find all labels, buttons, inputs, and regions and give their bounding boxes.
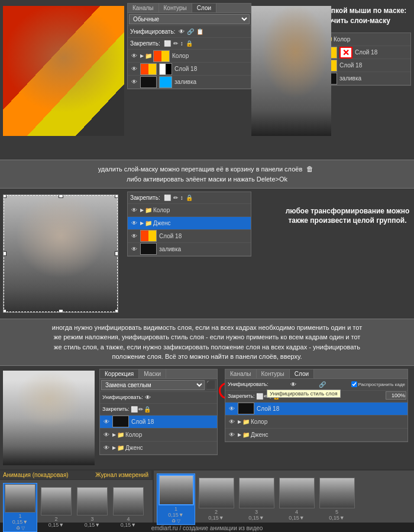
layer-row-zalivka-mid[interactable]: 👁 заливка (128, 243, 251, 256)
frame-thumb-right-3 (239, 478, 274, 508)
unify-icon2[interactable]: 🔗 (187, 28, 194, 35)
thumb-zalivka-mid (140, 243, 157, 255)
lock-icon2[interactable]: ✏ (173, 40, 178, 47)
tab-channels-br[interactable]: Каналы (225, 369, 257, 378)
unify-icon-bl1[interactable]: 👁 (145, 394, 151, 401)
eye-mid-2[interactable]: 👁 (130, 219, 138, 227)
layer-row-18-bl[interactable]: 👁 Слой 18 (100, 416, 217, 429)
frame-thumb-right-4 (279, 478, 315, 508)
unify-icon-br2[interactable]: 🔗 (319, 381, 326, 388)
lock-icon-mid3[interactable]: ↕ (180, 194, 183, 201)
eye-br-1[interactable]: 👁 (228, 404, 236, 413)
distribute-checkbox[interactable] (351, 381, 357, 387)
anim-frame-right-4[interactable]: 4 0,15▼ (277, 478, 316, 521)
tab-contours[interactable]: Контуры (159, 4, 192, 12)
handle-br[interactable] (115, 309, 118, 313)
arrow-mid-1: ▶ (140, 207, 144, 213)
anim-frame-left-2[interactable]: 2 0,15▼ (39, 487, 73, 528)
handle-mr[interactable] (115, 251, 118, 256)
tab-masks[interactable]: Маски (139, 369, 166, 378)
eye-bl-1[interactable]: 👁 (102, 417, 111, 426)
frame-thumb-left-3 (77, 487, 108, 515)
anim-frame-left-1[interactable]: 1 0,15▼ ♻ ▽ (3, 483, 37, 532)
layer-label-color-bl: Колор (125, 432, 215, 438)
tab-contours-br[interactable]: Контуры (257, 369, 290, 378)
layers-panel-mid: Закрепить: ⬜ ✏ ↕ 🔒 👁 ▶ 📁 Колор 👁 ▶ 📁 Дже… (127, 192, 251, 257)
dropdown-row: Обычные (128, 13, 251, 26)
lock-icon3[interactable]: ↕ (180, 40, 183, 47)
anim-frame-right-2[interactable]: 2 0,15▼ (197, 478, 235, 521)
eye-mid-4[interactable]: 👁 (130, 245, 138, 253)
layer-row-color-br[interactable]: 👁 ▶ 📁 Колор (225, 416, 407, 429)
lock-label-br: Закрепить: (228, 393, 255, 399)
handle-ml[interactable] (3, 251, 7, 256)
close-icon-bottom[interactable]: ⬛ (206, 380, 216, 390)
layer-label-18-br: Слой 18 (257, 406, 405, 412)
layer-label-18-bl: Слой 18 (131, 419, 215, 425)
layer-row-djens-br[interactable]: 👁 ▶ 📁 Дженс (225, 429, 407, 442)
lock-icon-bl1[interactable]: ⬜ (131, 406, 138, 413)
blend-mode-dropdown[interactable]: Обычные (129, 14, 250, 24)
layer-row-18-mid[interactable]: 👁 Слой 18 (128, 230, 251, 243)
tab-correction[interactable]: Коррекция (100, 369, 139, 378)
lock-icon-mid4[interactable]: 🔒 (186, 194, 193, 201)
eye-icon-1[interactable]: 👁 (130, 52, 138, 60)
eye-bl-2[interactable]: 👁 (102, 430, 111, 439)
anim-frame-left-4[interactable]: 4 0,15▼ (111, 487, 145, 528)
layer-row-djens-mid[interactable]: 👁 ▶ 📁 Дженс (128, 217, 251, 230)
unify-row-bottom-right: Унифицировать: 👁 🔗 Распространить каде (225, 379, 407, 391)
eye-br-3[interactable]: 👁 (228, 430, 236, 439)
layer-row-color-top[interactable]: 👁 ▶ 📁 Колор (128, 50, 251, 63)
handle-tl[interactable] (3, 194, 7, 198)
eye-br-2[interactable]: 👁 (228, 417, 236, 426)
layer-row-18-br[interactable]: 👁 Слой 18 (225, 403, 407, 416)
eye-mid-1[interactable]: 👁 (130, 206, 138, 214)
eye-mid-3[interactable]: 👁 (130, 232, 138, 240)
layer-row-color-bl[interactable]: 👁 ▶ 📁 Колор (100, 429, 217, 442)
handle-tm[interactable] (59, 194, 63, 198)
anim-frame-right-1[interactable]: 1 0,15▼ ♻ ▽ (157, 473, 195, 525)
handle-bl[interactable] (3, 309, 7, 313)
anim-left-label: Анимация (покадровая) (3, 472, 69, 478)
eye-icon-3[interactable]: 👁 (130, 78, 138, 86)
frame-bw-1 (5, 485, 35, 512)
lock-icon-mid2[interactable]: ✏ (173, 194, 178, 201)
tab-layers[interactable]: Слои (192, 4, 216, 12)
anim-label-box-left: Анимация (покадровая) Журнал измерений (0, 471, 153, 479)
thumb-18-bl (112, 416, 129, 427)
panel-tabs-bottom-right: Каналы Контуры Слои (225, 369, 407, 379)
layer-row-color-mid[interactable]: 👁 ▶ 📁 Колор (128, 204, 251, 217)
tab-channels[interactable]: Каналы (128, 4, 159, 12)
lock-icon-br1[interactable]: ⬜ (256, 393, 263, 400)
lock-icon1[interactable]: ⬜ (164, 40, 171, 47)
anim-frame-right-3[interactable]: 3 0,15▼ (237, 478, 276, 521)
distribute-checkbox-row: Распространить каде (351, 381, 406, 387)
handle-bm[interactable] (59, 309, 63, 313)
layer-label-zalivka-mid: заливка (159, 246, 248, 252)
layer-row-djens-bl[interactable]: 👁 ▶ 📁 Дженс (100, 442, 217, 455)
layer-row-zalivka-top[interactable]: 👁 заливка (128, 76, 251, 89)
lock-icon-mid1[interactable]: ⬜ (164, 194, 171, 201)
lock-icon-bl2[interactable]: ✏ (138, 406, 143, 413)
handle-tr[interactable] (115, 194, 118, 198)
unify-label-top: Унифицировать: (130, 28, 175, 35)
layer-thumb-18top (140, 63, 157, 75)
lock-icon4[interactable]: 🔒 (186, 40, 193, 47)
opacity-input[interactable] (386, 391, 406, 400)
lock-icon-bl3[interactable]: 🔒 (144, 406, 151, 413)
mask-18-right: ✕ (339, 47, 352, 59)
eye-bl-3[interactable]: 👁 (102, 443, 111, 452)
anim-frame-right-5[interactable]: 5 0,15▼ (318, 478, 356, 521)
unify-icon3[interactable]: 📋 (196, 28, 203, 35)
anim-frame-left-3[interactable]: 3 0,15▼ (75, 487, 109, 528)
layer-row-18-top[interactable]: 👁 Слой 18 (128, 63, 251, 76)
arrow-bl-3: ▶ (112, 445, 116, 450)
frame-dur-right-5: 0,15▼ (329, 515, 344, 521)
tab-layers-br[interactable]: Слои (290, 369, 314, 378)
unify-icon-br1[interactable]: 👁 (290, 381, 296, 388)
frame-dur-right-4: 0,15▼ (289, 515, 304, 521)
unify-icon1[interactable]: 👁 (179, 28, 185, 35)
frame-bw-4 (114, 488, 143, 515)
eye-icon-2[interactable]: 👁 (130, 65, 138, 73)
blend-mode-bottom[interactable]: Замена светлым (101, 380, 205, 390)
